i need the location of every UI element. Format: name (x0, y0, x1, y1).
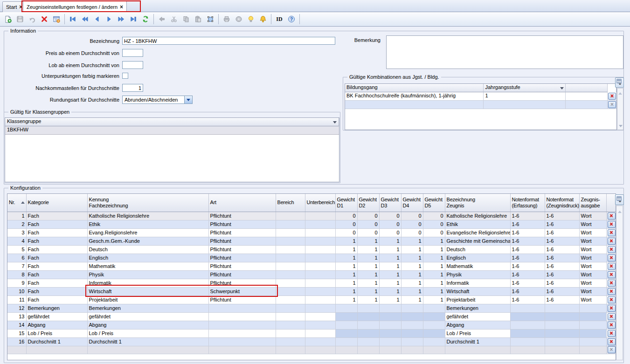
delete-row-button[interactable]: × (608, 254, 616, 261)
cell-bezeichnung[interactable]: Lob / Preis (445, 329, 510, 337)
cell-d1[interactable] (335, 321, 357, 329)
cell-unterbereich[interactable] (305, 295, 335, 304)
cell-d1[interactable]: 1 (335, 295, 357, 304)
cell-art[interactable]: Pflichtunt (208, 237, 276, 245)
cell-d5[interactable]: 1 (423, 237, 445, 245)
refresh-button[interactable] (140, 14, 151, 25)
delete-row-button[interactable]: × (608, 288, 616, 295)
cell-nr[interactable]: 6 (7, 254, 26, 262)
rundungsart-dropdown-button[interactable] (184, 96, 192, 103)
delete-row-button[interactable]: × (608, 263, 616, 270)
notification-button[interactable] (257, 14, 269, 25)
cell-bereich[interactable] (276, 212, 305, 220)
delete-record-button[interactable] (39, 14, 50, 25)
close-icon[interactable]: × (19, 5, 22, 9)
cell-d4[interactable]: 1 (401, 262, 423, 270)
cell-d3[interactable]: 1 (379, 262, 401, 270)
column-header-jahrgangsstufe[interactable]: Jahrgangsstufe (484, 84, 566, 92)
lob-input[interactable] (122, 61, 143, 69)
cell-d5[interactable]: 1 (423, 295, 445, 304)
cell-notenformat_zeugnisdruck[interactable]: 1-6 (545, 212, 579, 220)
cell-notenformat_erfassung[interactable]: 1-6 (510, 245, 545, 254)
cell-notenformat_erfassung[interactable]: 1-6 (510, 212, 545, 220)
cell-kennung[interactable]: Gesch.m.Gem.-Kunde (87, 237, 208, 245)
cell-unterbereich[interactable] (305, 337, 335, 346)
cell-kennung[interactable]: Mathematik (87, 262, 208, 270)
nav-prev-button[interactable] (91, 14, 103, 25)
hint-button[interactable] (245, 14, 256, 25)
cell-d2[interactable] (357, 321, 379, 329)
column-header-kennung[interactable]: Kennung Fachbezeichnung (87, 194, 208, 212)
cell-bezeichnung[interactable]: Durchschnitt 1 (445, 337, 510, 346)
cell-nr[interactable]: 12 (7, 304, 26, 312)
scroll-down-icon[interactable] (619, 125, 623, 127)
cell-d4[interactable] (401, 329, 423, 337)
nav-next-fast-button[interactable] (116, 14, 127, 25)
cell-d2[interactable]: 0 (357, 212, 379, 220)
nav-next-button[interactable] (104, 14, 115, 25)
cell-unterbereich[interactable] (305, 228, 335, 237)
cell-bezeichnung[interactable]: Bemerkungen (445, 304, 510, 312)
cell-d4[interactable]: 1 (401, 245, 423, 254)
cell-bezeichnung[interactable]: gefährdet (445, 312, 510, 321)
cell-notenformat_zeugnisdruck[interactable]: 1-6 (545, 245, 579, 254)
cell-notenformat_erfassung[interactable] (510, 304, 545, 312)
cell-notenformat_erfassung[interactable]: 1-6 (510, 262, 545, 270)
cell-d5[interactable]: 1 (423, 245, 445, 254)
cell-bezeichnung[interactable]: Mathematik (445, 262, 510, 270)
column-header-d2[interactable]: Gewicht D2 (357, 194, 379, 212)
kombinationen-field-chooser-button[interactable] (615, 77, 624, 88)
cell-notenformat_erfassung[interactable] (510, 346, 545, 354)
cell-art[interactable]: Pflichtunt (208, 270, 276, 279)
cell-d2[interactable]: 1 (357, 295, 379, 304)
cell-ausgabe[interactable] (579, 329, 606, 337)
delete-row-button[interactable]: × (608, 238, 616, 245)
cell-nr[interactable]: 2 (7, 220, 26, 228)
cell-kennung[interactable]: Evang.Religionslehre (87, 228, 208, 237)
cell-d3[interactable]: 1 (379, 270, 401, 279)
cell-d5[interactable]: 1 (423, 262, 445, 270)
cell-nr[interactable]: 5 (7, 245, 26, 254)
column-header-d3[interactable]: Gewicht D3 (379, 194, 401, 212)
kombination-row[interactable]: BK Fachhochschulreife (kaufmännisch), 1-… (345, 92, 616, 101)
cell-ausgabe[interactable] (579, 337, 606, 346)
column-header-unterbereich[interactable]: Unterbereich (305, 194, 335, 212)
cell-notenformat_erfassung[interactable]: 1-6 (510, 220, 545, 228)
cell-art[interactable]: Pflichtunt (208, 262, 276, 270)
cell-d1[interactable]: 0 (335, 228, 357, 237)
cell-d2[interactable]: 1 (357, 245, 379, 254)
cell-nr[interactable]: 8 (7, 270, 26, 279)
delete-row-button[interactable]: × (608, 338, 616, 345)
cell-notenformat_erfassung[interactable] (510, 321, 545, 329)
konfiguration-field-chooser-button[interactable] (615, 194, 624, 205)
cell-ausgabe[interactable] (579, 346, 606, 354)
cell-nr[interactable]: 14 (7, 321, 26, 329)
cell-art[interactable]: Pflichtunt (208, 245, 276, 254)
cell-d3[interactable] (379, 337, 401, 346)
cell-notenformat_zeugnisdruck[interactable]: 1-6 (545, 270, 579, 279)
cell-d2[interactable] (357, 312, 379, 321)
tab-zeugniseinstellungen[interactable]: Zeugniseinstellungen festlegen / ändern× (23, 1, 127, 12)
cell-ausgabe[interactable] (579, 321, 606, 329)
cell-bereich[interactable] (276, 287, 305, 295)
cell-notenformat_zeugnisdruck[interactable]: 1-6 (545, 287, 579, 295)
cell-bezeichnung[interactable]: Physik (445, 270, 510, 279)
cell-d5[interactable] (423, 329, 445, 337)
cell-kennung[interactable]: Informatik (87, 279, 208, 287)
cell-d1[interactable]: 1 (335, 245, 357, 254)
cell-kennung[interactable]: Katholische Religionslehre (87, 212, 208, 220)
cell-kennung[interactable]: Bemerkungen (87, 304, 208, 312)
cell-kennung[interactable]: Lob / Preis (87, 329, 208, 337)
cell-nr[interactable]: 11 (7, 295, 26, 304)
cell-d2[interactable]: 1 (357, 254, 379, 262)
column-header-bezeichnung[interactable]: Bezeichnung Zeugnis (445, 194, 510, 212)
nav-prev-fast-button[interactable] (79, 14, 90, 25)
cell-d2[interactable]: 0 (357, 228, 379, 237)
column-header-bereich[interactable]: Bereich (276, 194, 305, 212)
cell-notenformat_erfassung[interactable]: 1-6 (510, 237, 545, 245)
cell-unterbereich[interactable] (305, 287, 335, 295)
cell-notenformat_zeugnisdruck[interactable] (545, 346, 579, 354)
cell-unterbereich[interactable] (305, 279, 335, 287)
nachkommastellen-input[interactable] (122, 84, 143, 92)
cell-bereich[interactable] (276, 279, 305, 287)
